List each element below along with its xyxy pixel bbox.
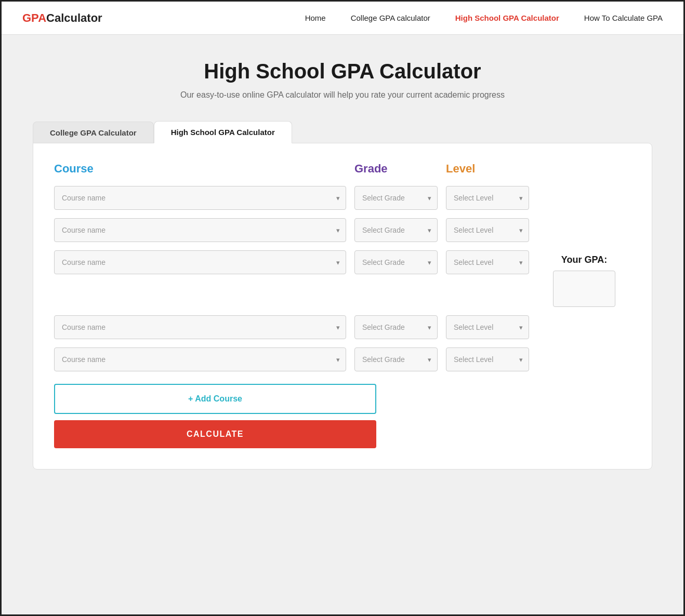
logo-calc: Calculator [46, 11, 102, 25]
col-header-course: Course [54, 162, 346, 176]
tab-highschool-gpa[interactable]: High School GPA Calculator [154, 121, 292, 143]
page-title: High School GPA Calculator [33, 60, 652, 83]
grade-select-wrapper-3: Select Grade [354, 250, 438, 274]
grade-select-3[interactable]: Select Grade [354, 250, 438, 274]
level-select-5[interactable]: Select Level [446, 347, 529, 371]
course-select-2[interactable]: Course name [54, 218, 346, 242]
nav-home[interactable]: Home [305, 14, 326, 22]
gpa-section: Your GPA: [537, 255, 631, 307]
col-header-level: Level [446, 162, 529, 176]
column-headers: Course Grade Level [54, 162, 631, 176]
gpa-display-box [553, 271, 615, 307]
table-row: Course name Select Grade Select Level [54, 315, 631, 339]
add-course-button[interactable]: + Add Course [54, 384, 376, 414]
table-row: Course name Select Grade Select Level Yo… [54, 250, 631, 307]
main-content: High School GPA Calculator Our easy-to-u… [2, 35, 683, 501]
course-select-wrapper-3: Course name [54, 250, 346, 274]
grade-select-wrapper-5: Select Grade [354, 347, 438, 371]
tabs-wrapper: College GPA Calculator High School GPA C… [33, 120, 652, 143]
logo-gpa: GPA [22, 11, 46, 25]
level-select-wrapper-3: Select Level [446, 250, 529, 274]
level-select-wrapper-1: Select Level [446, 186, 529, 210]
calculator-card: Course Grade Level Course name Select Gr… [33, 143, 652, 470]
level-select-4[interactable]: Select Level [446, 315, 529, 339]
level-select-3[interactable]: Select Level [446, 250, 529, 274]
grade-select-1[interactable]: Select Grade [354, 186, 438, 210]
course-select-wrapper-2: Course name [54, 218, 346, 242]
page-subtitle: Our easy-to-use online GPA calculator wi… [33, 90, 652, 100]
col-header-grade: Grade [354, 162, 438, 176]
level-select-wrapper-5: Select Level [446, 347, 529, 371]
grade-select-wrapper-4: Select Grade [354, 315, 438, 339]
table-row: Course name Select Grade Select Level [54, 218, 631, 242]
nav-college-gpa[interactable]: College GPA calculator [351, 14, 430, 22]
course-select-1[interactable]: Course name [54, 186, 346, 210]
table-row: Course name Select Grade Select Level [54, 186, 631, 210]
calculate-button[interactable]: CALCULATE [54, 420, 376, 448]
grade-select-5[interactable]: Select Grade [354, 347, 438, 371]
course-select-wrapper-5: Course name [54, 347, 346, 371]
nav-how-to[interactable]: How To Calculate GPA [584, 14, 663, 22]
grade-select-wrapper-1: Select Grade [354, 186, 438, 210]
tab-college-gpa[interactable]: College GPA Calculator [33, 122, 154, 143]
logo: GPA Calculator [22, 11, 102, 25]
table-row: Course name Select Grade Select Level [54, 347, 631, 371]
course-select-wrapper-1: Course name [54, 186, 346, 210]
course-select-3[interactable]: Course name [54, 250, 346, 274]
nav-highschool-gpa[interactable]: High School GPA Calculator [455, 14, 559, 22]
main-nav: Home College GPA calculator High School … [305, 14, 663, 22]
level-select-1[interactable]: Select Level [446, 186, 529, 210]
level-select-wrapper-4: Select Level [446, 315, 529, 339]
course-select-5[interactable]: Course name [54, 347, 346, 371]
header: GPA Calculator Home College GPA calculat… [2, 2, 683, 35]
course-select-4[interactable]: Course name [54, 315, 346, 339]
grade-select-wrapper-2: Select Grade [354, 218, 438, 242]
actions-section: + Add Course CALCULATE [54, 384, 376, 448]
grade-select-4[interactable]: Select Grade [354, 315, 438, 339]
gpa-label: Your GPA: [561, 255, 607, 265]
grade-select-2[interactable]: Select Grade [354, 218, 438, 242]
level-select-wrapper-2: Select Level [446, 218, 529, 242]
course-select-wrapper-4: Course name [54, 315, 346, 339]
level-select-2[interactable]: Select Level [446, 218, 529, 242]
